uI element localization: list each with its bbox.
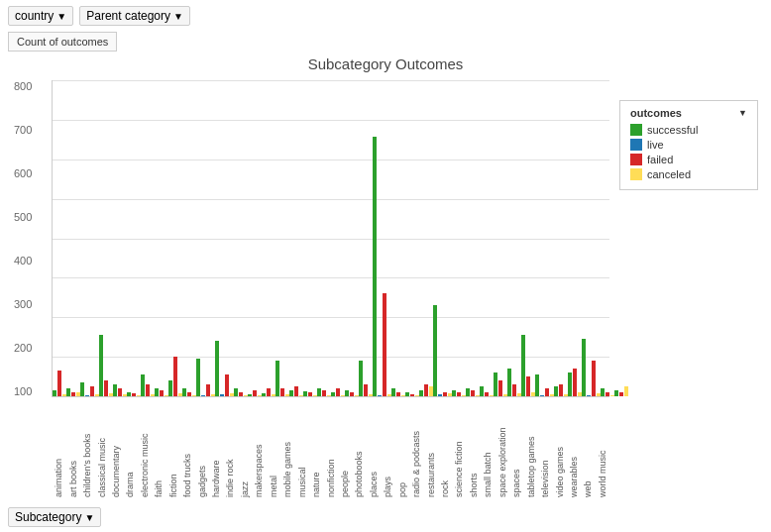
legend-title-text: outcomes	[630, 107, 682, 119]
bar-successful	[373, 137, 377, 396]
x-label-text: small batch	[483, 418, 493, 497]
x-label: hardware	[209, 418, 223, 497]
x-label: nature	[309, 418, 323, 497]
bar-group	[303, 80, 317, 396]
parent-category-filter[interactable]: Parent category ▼	[79, 6, 190, 26]
chart-container: Subcategory Outcomes 800 700 600 500 400…	[8, 55, 763, 502]
x-label-text: tabletop games	[526, 418, 536, 497]
top-bar: country ▼ Parent category ▼	[0, 0, 771, 28]
bar-successful	[614, 390, 618, 396]
bar-successful	[535, 374, 539, 396]
x-label: small batch	[481, 418, 495, 497]
x-label: indie rock	[223, 418, 237, 497]
bar-failed	[280, 388, 284, 396]
x-label-text: restaurants	[426, 418, 436, 497]
bar-failed	[104, 380, 108, 396]
x-label-text: faith	[154, 418, 164, 497]
x-label: shorts	[467, 418, 481, 497]
legend-item-canceled: canceled	[630, 168, 747, 180]
x-label: spaces	[509, 418, 523, 497]
bar-successful	[568, 372, 572, 396]
legend-item-failed: failed	[630, 154, 747, 165]
x-label: drama	[123, 418, 137, 497]
legend: outcomes ▼ successful live failed cancel…	[619, 100, 758, 190]
bar-successful	[215, 341, 219, 396]
subcategory-filter[interactable]: Subcategory ▼	[8, 507, 101, 527]
x-label-text: children's books	[82, 418, 92, 497]
bar-group	[480, 80, 494, 396]
legend-item-successful: successful	[630, 124, 747, 136]
bar-successful	[391, 388, 395, 396]
bar-failed	[457, 392, 461, 396]
x-label: space exploration	[496, 418, 509, 497]
bar-live	[201, 395, 205, 396]
bar-group	[127, 80, 141, 396]
bar-group	[535, 80, 554, 396]
x-label: photobooks	[352, 418, 366, 497]
country-filter[interactable]: country ▼	[8, 6, 73, 26]
x-label: mobile games	[280, 418, 294, 497]
x-label-text: gadgets	[197, 418, 207, 497]
x-label: web	[581, 418, 595, 497]
bar-live	[587, 395, 591, 396]
bar-failed	[619, 392, 623, 396]
bar-live	[85, 395, 89, 396]
x-label: faith	[152, 418, 165, 497]
x-label-text: nature	[311, 418, 321, 497]
x-label: television	[538, 418, 552, 497]
x-label-text: documentary	[111, 418, 121, 497]
x-label-text: metal	[269, 418, 278, 497]
x-label: video games	[552, 418, 566, 497]
bar-successful	[317, 388, 321, 396]
x-label-text: photobooks	[354, 418, 364, 497]
chart-plot-area	[52, 80, 609, 397]
bar-successful	[345, 390, 349, 396]
bar-failed	[118, 388, 122, 396]
filter-arrow-icon: ▼	[173, 11, 183, 22]
x-label-text: food trucks	[182, 418, 192, 497]
subcategory-arrow-icon: ▼	[84, 512, 94, 523]
y-label-500: 500	[14, 211, 32, 223]
x-label-text: rock	[440, 418, 450, 497]
bar-group	[521, 80, 535, 396]
x-label-text: pop	[397, 418, 407, 497]
bar-group	[452, 80, 466, 396]
x-label-text: science fiction	[454, 418, 464, 497]
bar-group	[275, 80, 289, 396]
bar-live	[378, 395, 382, 396]
bar-group	[53, 80, 66, 396]
x-label-text: nonfiction	[326, 418, 336, 497]
y-label-300: 300	[14, 298, 32, 310]
x-label: nonfiction	[323, 418, 337, 497]
x-label-text: animation	[54, 418, 63, 497]
bar-failed	[573, 369, 577, 396]
bar-group	[433, 80, 452, 396]
bar-failed	[132, 393, 136, 396]
x-label-text: drama	[125, 418, 135, 497]
legend-label-canceled: canceled	[647, 168, 691, 180]
bar-failed	[173, 357, 177, 396]
bar-failed	[364, 384, 368, 396]
bar-successful	[141, 374, 145, 396]
bar-canceled	[624, 386, 628, 396]
bar-successful	[601, 388, 605, 396]
bar-group	[373, 80, 391, 396]
x-label: animation	[52, 418, 65, 497]
bar-successful	[466, 388, 470, 396]
x-label-text: makerspaces	[254, 418, 264, 497]
bar-successful	[196, 359, 200, 396]
bar-successful	[521, 335, 525, 396]
bar-group	[345, 80, 359, 396]
bar-group	[168, 80, 182, 396]
filter-icon: ▼	[56, 11, 66, 22]
y-label-800: 800	[14, 80, 32, 92]
x-label: musical	[294, 418, 308, 497]
bar-group	[196, 80, 215, 396]
bottom-bar: Subcategory ▼	[0, 502, 771, 532]
y-label-100: 100	[14, 385, 32, 397]
x-label-text: jazz	[240, 418, 250, 497]
bar-failed	[350, 392, 354, 396]
bar-failed	[485, 392, 489, 396]
bar-successful	[494, 372, 497, 396]
bar-successful	[234, 388, 238, 396]
